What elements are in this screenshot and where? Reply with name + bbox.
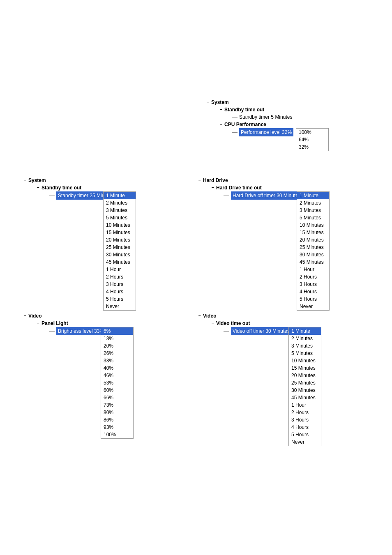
drop-item-10min-hd[interactable]: 10 Minutes xyxy=(297,221,329,229)
toggle-hd[interactable]: − xyxy=(197,177,202,184)
drop-item-never-hd[interactable]: Never xyxy=(297,303,329,310)
drop-item-100pct[interactable]: 100% xyxy=(296,129,328,136)
tree-video-30min[interactable]: Video off timer 30 Minutes xyxy=(210,327,291,335)
drop-item-3hr-br[interactable]: 3 Hours xyxy=(289,416,321,424)
drop-item-3hr-ml[interactable]: 3 Hours xyxy=(104,281,136,288)
drop-item-5min-hd[interactable]: 5 Minutes xyxy=(297,214,329,221)
tree-hd-timeout[interactable]: − Hard Drive time out xyxy=(204,184,302,191)
toggle-system-tr[interactable]: − xyxy=(205,99,210,106)
drop-item-5min-br[interactable]: 5 Minutes xyxy=(289,350,321,357)
tree-brightness-33[interactable]: Brightness level 33% xyxy=(36,327,106,335)
tree-root-system-ml[interactable]: − System xyxy=(23,177,115,184)
tree-root-system-tr[interactable]: − System xyxy=(205,99,293,106)
drop-item-2min-br[interactable]: 2 Minutes xyxy=(289,335,321,342)
drop-item-25min-ml[interactable]: 25 Minutes xyxy=(104,244,136,251)
tree-video-timeout[interactable]: − Video time out xyxy=(204,320,291,327)
drop-item-1min-br[interactable]: 1 Minute xyxy=(289,327,321,335)
drop-item-5hr-br[interactable]: 5 Hours xyxy=(289,431,321,438)
drop-item-86pct[interactable]: 86% xyxy=(101,416,133,424)
toggle-system-ml[interactable]: − xyxy=(23,177,28,184)
toggle-video-timeout[interactable]: − xyxy=(210,320,215,327)
selected-perf-level[interactable]: Performance level 32% xyxy=(239,128,293,136)
tree-perf-level[interactable]: Performance level 32% xyxy=(219,128,293,136)
toggle-panel-light[interactable]: − xyxy=(36,320,41,327)
dropdown-standby-ml[interactable]: 1 Minute 2 Minutes 3 Minutes 5 Minutes 1… xyxy=(103,191,136,311)
drop-item-64pct[interactable]: 64% xyxy=(296,136,328,143)
drop-item-4hr-br[interactable]: 4 Hours xyxy=(289,424,321,431)
drop-item-20min-ml[interactable]: 20 Minutes xyxy=(104,236,136,244)
drop-item-20min-hd[interactable]: 20 Minutes xyxy=(297,236,329,244)
drop-item-15min-hd[interactable]: 15 Minutes xyxy=(297,229,329,236)
selected-hd-30min[interactable]: Hard Drive off timer 30 Minutes xyxy=(231,191,302,200)
drop-item-4hr-hd[interactable]: 4 Hours xyxy=(297,288,329,295)
drop-item-3hr-hd[interactable]: 3 Hours xyxy=(297,281,329,288)
drop-item-33pct[interactable]: 33% xyxy=(101,357,133,364)
drop-item-46pct[interactable]: 46% xyxy=(101,372,133,379)
drop-item-1hr-hd[interactable]: 1 Hour xyxy=(297,266,329,273)
drop-item-25min-br[interactable]: 25 Minutes xyxy=(289,379,321,387)
toggle-standby-tr[interactable]: − xyxy=(219,106,224,113)
toggle-hd-timeout[interactable]: − xyxy=(210,184,215,191)
drop-item-2hr-hd[interactable]: 2 Hours xyxy=(297,273,329,281)
drop-item-never-br[interactable]: Never xyxy=(289,438,321,446)
drop-item-3min-ml[interactable]: 3 Minutes xyxy=(104,207,136,214)
drop-item-4hr-ml[interactable]: 4 Hours xyxy=(104,288,136,295)
drop-item-100pct-bl[interactable]: 100% xyxy=(101,431,133,438)
toggle-video-br[interactable]: − xyxy=(197,312,202,320)
tree-panel-light[interactable]: − Panel Light xyxy=(29,320,106,327)
tree-root-video-br[interactable]: − Video xyxy=(197,312,291,320)
drop-item-45min-br[interactable]: 45 Minutes xyxy=(289,394,321,401)
dropdown-hd[interactable]: 1 Minute 2 Minutes 3 Minutes 5 Minutes 1… xyxy=(297,191,330,311)
drop-item-93pct[interactable]: 93% xyxy=(101,424,133,431)
drop-item-2hr-br[interactable]: 2 Hours xyxy=(289,409,321,416)
toggle-video-bl[interactable]: − xyxy=(23,312,28,320)
drop-item-66pct[interactable]: 66% xyxy=(101,394,133,401)
tree-cpu-perf[interactable]: − CPU Performance xyxy=(212,121,293,128)
dropdown-video-timeout[interactable]: 1 Minute 2 Minutes 3 Minutes 5 Minutes 1… xyxy=(288,327,321,446)
drop-item-10min-br[interactable]: 10 Minutes xyxy=(289,357,321,364)
drop-item-20pct[interactable]: 20% xyxy=(101,342,133,350)
drop-item-25min-hd[interactable]: 25 Minutes xyxy=(297,244,329,251)
tree-standby-timer-tr[interactable]: Standby timer 5 Minutes xyxy=(219,113,293,121)
drop-item-5hr-hd[interactable]: 5 Hours xyxy=(297,295,329,303)
drop-item-20min-br[interactable]: 20 Minutes xyxy=(289,372,321,379)
drop-item-15min-ml[interactable]: 15 Minutes xyxy=(104,229,136,236)
tree-root-hd[interactable]: − Hard Drive xyxy=(197,177,302,184)
selected-brightness-33[interactable]: Brightness level 33% xyxy=(56,327,106,335)
drop-item-1hr-ml[interactable]: 1 Hour xyxy=(104,266,136,273)
drop-item-3min-hd[interactable]: 3 Minutes xyxy=(297,207,329,214)
dropdown-cpu-perf[interactable]: 100% 64% 32% xyxy=(296,128,329,151)
drop-item-1min-ml[interactable]: 1 Minute xyxy=(104,192,136,199)
dropdown-brightness[interactable]: 6% 13% 20% 26% 33% 40% 46% 53% 60% 66% 7… xyxy=(101,327,134,439)
selected-video-30min[interactable]: Video off timer 30 Minutes xyxy=(231,327,291,335)
drop-item-1min-hd[interactable]: 1 Minute xyxy=(297,192,329,199)
drop-item-60pct[interactable]: 60% xyxy=(101,387,133,394)
drop-item-5min-ml[interactable]: 5 Minutes xyxy=(104,214,136,221)
drop-item-2hr-ml[interactable]: 2 Hours xyxy=(104,273,136,281)
toggle-cpu[interactable]: − xyxy=(219,121,224,128)
toggle-standby-ml[interactable]: − xyxy=(36,184,41,191)
drop-item-13pct[interactable]: 13% xyxy=(101,335,133,342)
drop-item-30min-br[interactable]: 30 Minutes xyxy=(289,387,321,394)
drop-item-40pct[interactable]: 40% xyxy=(101,364,133,372)
drop-item-80pct[interactable]: 80% xyxy=(101,409,133,416)
drop-item-30min-ml[interactable]: 30 Minutes xyxy=(104,251,136,258)
drop-item-45min-hd[interactable]: 45 Minutes xyxy=(297,258,329,266)
tree-standby-timeout-ml[interactable]: − Standby time out xyxy=(29,184,115,191)
drop-item-26pct[interactable]: 26% xyxy=(101,350,133,357)
drop-item-5hr-ml[interactable]: 5 Hours xyxy=(104,295,136,303)
drop-item-1hr-br[interactable]: 1 Hour xyxy=(289,401,321,409)
drop-item-3min-br[interactable]: 3 Minutes xyxy=(289,342,321,350)
drop-item-30min-hd[interactable]: 30 Minutes xyxy=(297,251,329,258)
drop-item-6pct[interactable]: 6% xyxy=(101,327,133,335)
drop-item-73pct[interactable]: 73% xyxy=(101,401,133,409)
tree-standby-timeout-tr[interactable]: − Standby time out xyxy=(212,106,293,113)
drop-item-10min-ml[interactable]: 10 Minutes xyxy=(104,221,136,229)
drop-item-2min-hd[interactable]: 2 Minutes xyxy=(297,199,329,207)
drop-item-15min-br[interactable]: 15 Minutes xyxy=(289,364,321,372)
drop-item-53pct[interactable]: 53% xyxy=(101,379,133,387)
tree-hd-30min[interactable]: Hard Drive off timer 30 Minutes xyxy=(210,191,302,200)
drop-item-45min-ml[interactable]: 45 Minutes xyxy=(104,258,136,266)
drop-item-32pct[interactable]: 32% xyxy=(296,143,328,151)
drop-item-never-ml[interactable]: Never xyxy=(104,303,136,310)
